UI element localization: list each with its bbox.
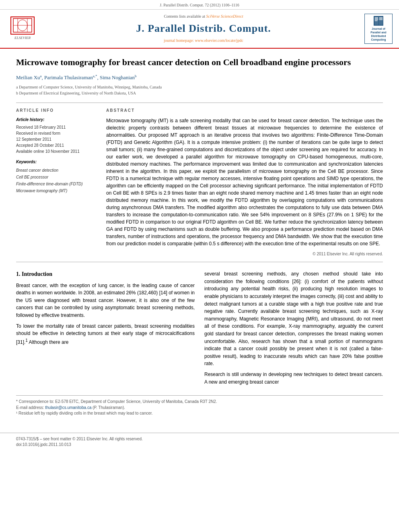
author-parimala: Parimala Thulasiraman: [44, 74, 93, 80]
abstract-text: Microwave tomography (MT) is a safe scre…: [106, 117, 383, 247]
keyword-3: Finite-difference time-domain (FDTD): [16, 181, 97, 187]
svg-rect-10: [375, 20, 378, 21]
footnote-1: ¹ Residue left by rapidly dividing cells…: [16, 411, 383, 417]
elsevier-logo-box: [10, 16, 35, 35]
svg-rect-8: [375, 18, 378, 18]
paper-title: Microwave tomography for breast cancer d…: [16, 57, 383, 68]
doi-line: doi:10.1016/j.jpdc.2011.10.013: [16, 442, 383, 448]
article-info-col: ARTICLE INFO Article history: Received 1…: [16, 108, 97, 257]
svg-rect-13: [379, 18, 383, 18]
affiliations: a Department of Computer Science, Univer…: [16, 84, 383, 96]
intro-right-para-2: Research is still underway in developing…: [204, 371, 383, 386]
homepage-link[interactable]: www.elsevier.com/locate/jpdc: [195, 38, 243, 43]
svg-rect-11: [379, 16, 383, 25]
footnote-area: * Correspondence to: E2-578 EITC, Depart…: [16, 395, 383, 417]
section-title-text: Introduction: [22, 271, 52, 277]
journal-ref-text: J. Parallel Distrib. Comput. 72 (2012) 1…: [160, 3, 239, 7]
abstract-paragraph: Microwave tomography (MT) is a safe scre…: [106, 117, 383, 247]
body-section: 1. Introduction Breast cancer, with the …: [16, 270, 383, 416]
intro-section-title: 1. Introduction: [16, 270, 195, 278]
author-a-sup: a: [40, 74, 42, 78]
keyword-1: Breast cancer detection: [16, 167, 97, 174]
intro-para-2: To lower the mortality rate of breast ca…: [16, 322, 195, 346]
accepted: Accepted 28 October 2011: [16, 142, 97, 148]
right-logo-text: Journal of Parallel and Distributed Comp…: [366, 27, 391, 41]
footnote-email-address: thulasir@cs.umanitoba.ca: [45, 405, 91, 410]
article-info-heading: ARTICLE INFO: [16, 108, 97, 114]
keywords-list: Breast cancer detection Cell BE processo…: [16, 167, 97, 194]
sciverse-line: Contents lists available at SciVerse Sci…: [47, 14, 360, 20]
keyword-2: Cell BE processor: [16, 174, 97, 181]
svg-rect-9: [375, 19, 378, 20]
footnote-correspondence: * Correspondence to: E2-578 EITC, Depart…: [16, 399, 383, 405]
keyword-4: Microwave tomography (MT): [16, 187, 97, 194]
affiliation-a: a Department of Computer Science, Univer…: [16, 84, 383, 90]
author-b-sup: b: [135, 74, 137, 78]
right-logo-box: Journal of Parallel and Distributed Comp…: [364, 14, 393, 44]
paper-content: Microwave tomography for breast cancer d…: [0, 49, 399, 425]
affiliation-b: b Department of Electrical Engineering, …: [16, 90, 383, 96]
journal-homepage: journal homepage: www.elsevier.com/locat…: [47, 38, 360, 44]
intro-right-text: several breast screening methods, any ch…: [204, 270, 383, 386]
received-revised-date: 12 September 2011: [16, 136, 97, 142]
footnote-email: E-mail address: thulasir@cs.umanitoba.ca…: [16, 405, 383, 411]
intro-left-text: Breast cancer, with the exception of lun…: [16, 282, 195, 346]
svg-rect-12: [379, 17, 383, 18]
received-1: Received 18 February 2011: [16, 124, 97, 130]
abstract-col: ABSTRACT Microwave tomography (MT) is a …: [106, 108, 383, 257]
keywords-label: Keywords:: [16, 159, 97, 165]
intro-right-para-1: several breast screening methods, any ch…: [204, 270, 383, 368]
history-label: Article history:: [16, 117, 97, 123]
article-history-block: Article history: Received 18 February 20…: [16, 117, 97, 155]
divider-1: [16, 103, 383, 103]
article-info-abstract-cols: ARTICLE INFO Article history: Received 1…: [16, 108, 383, 257]
intro-para-1: Breast cancer, with the exception of lun…: [16, 282, 195, 319]
bottom-bar: 0743-7315/$ – see front matter © 2011 El…: [0, 433, 399, 451]
intro-left-col: 1. Introduction Breast cancer, with the …: [16, 270, 195, 389]
elsevier-logo: ELSEVIER: [6, 16, 39, 41]
divider-2: [16, 262, 383, 262]
abstract-heading: ABSTRACT: [106, 108, 383, 114]
journal-ref-bar: J. Parallel Distrib. Comput. 72 (2012) 1…: [0, 0, 399, 10]
intro-two-col: 1. Introduction Breast cancer, with the …: [16, 270, 383, 389]
journal-right-logo: Journal of Parallel and Distributed Comp…: [360, 14, 393, 44]
received-revised: Received in revised form: [16, 130, 97, 136]
svg-rect-7: [375, 17, 378, 18]
journal-title: J. Parallel Distrib. Comput.: [47, 21, 360, 36]
author-meilian: Meilian Xu: [16, 74, 40, 80]
authors: Meilian Xua, Parimala Thulasiramana,*, S…: [16, 74, 383, 82]
sciverse-link[interactable]: SciVerse ScienceDirect: [206, 14, 243, 18]
keywords-block: Keywords: Breast cancer detection Cell B…: [16, 159, 97, 194]
issn-line: 0743-7315/$ – see front matter © 2011 El…: [16, 436, 383, 442]
section-number: 1.: [16, 271, 21, 277]
elsevier-label: ELSEVIER: [14, 35, 31, 41]
author-sima: Sima Noghanian: [100, 74, 135, 80]
svg-rect-14: [379, 19, 383, 20]
available-online: Available online 10 November 2011: [16, 148, 97, 154]
intro-right-col: several breast screening methods, any ch…: [204, 270, 383, 389]
footnote-email-person: (P. Thulasiraman).: [93, 405, 125, 410]
journal-header: ELSEVIER Contents lists available at Sci…: [0, 10, 399, 49]
journal-center-header: Contents lists available at SciVerse Sci…: [47, 14, 360, 44]
author-a-star-sup: a,*: [93, 74, 97, 78]
copyright-line: © 2011 Elsevier Inc. All rights reserved…: [106, 251, 383, 257]
